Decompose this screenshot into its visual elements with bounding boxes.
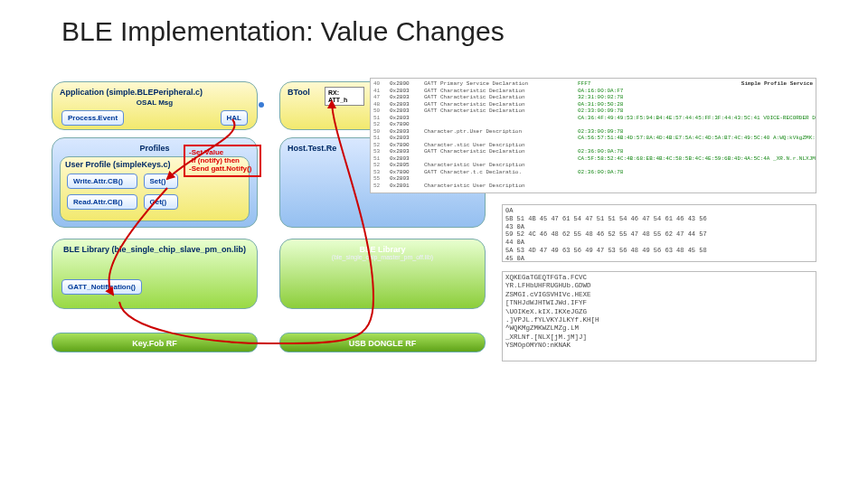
blob-line: _XRLNf.[NLX[jM.jM]J] — [505, 333, 813, 342]
blob-line: YR.LFHbUHFRUGHUb.GDWD — [505, 282, 813, 290]
hal-btn: HAL — [221, 110, 248, 126]
attribute-row: 520x7800 — [373, 121, 813, 128]
attribute-table-tag: Simple Profile Service — [741, 80, 813, 88]
callout-line2: -If (notify) then — [189, 156, 256, 164]
blob-line: [TNHJdWJHTWIJWd.IFYF — [505, 299, 813, 307]
hex-line: 0A — [505, 207, 813, 215]
process-event-btn: Process.Event — [61, 110, 124, 126]
attribute-row: 510x2803CA:36:4F:49:49:53:F5:94:B4:4E:57… — [373, 115, 813, 122]
application-label: Application (simple.BLEPeripheral.c) — [60, 88, 203, 97]
hex-line: 5A 53 4D 47 49 63 56 49 47 53 56 48 49 5… — [505, 247, 813, 255]
blob-line: \UOIKeX.kIX.IKXeJGZG — [505, 308, 813, 316]
attribute-row: 530x2803GATT Characteristic Declaration0… — [373, 148, 813, 155]
attribute-row: 500x2803Character.ptr.User Description02… — [373, 128, 813, 136]
attribute-row: 550x2803 — [373, 175, 813, 183]
keyfob-rf-bar: Key.Fob RF — [52, 333, 258, 352]
left-stack: Application (simple.BLEPeripheral.c) OSA… — [52, 81, 258, 316]
usb-dongle-rf-bar: USB DONGLE RF — [279, 333, 486, 352]
text-blob: XQKEGaTGEQTFGTa.FCVCYR.LFHbUHFRUGHUb.GDW… — [502, 271, 816, 361]
hex-line: 43 0A — [505, 223, 813, 231]
read-attr-cb-btn: Read.Attr.CB() — [67, 194, 137, 210]
attribute-row: 530x7800GATT Character.t.c Declaratio.02… — [373, 169, 813, 176]
attribute-row: 480x2803GATT Characteristic Declaration0… — [373, 101, 813, 108]
set-btn: Set() — [144, 174, 178, 189]
attribute-row: 520x7800Character.stic User Description — [373, 142, 813, 149]
svg-point-0 — [259, 102, 264, 108]
write-attr-cb-btn: Write.Attr.CB() — [67, 174, 137, 189]
btool-rx-label: RX: — [328, 89, 361, 97]
ble-library-master-label: BLE Library — [288, 245, 477, 254]
attribute-row: 510x2803CA:5F:58:52:4C:4B:68:EB:4B:4C:58… — [373, 155, 813, 163]
hex-line: 5B 51 4B 45 47 61 54 47 51 51 54 46 47 5… — [505, 215, 813, 223]
attribute-table: Simple Profile Service 400x2800GATT Prim… — [370, 78, 816, 193]
blob-line: YSMOpOMYNO:nKNAK — [505, 342, 813, 350]
ble-library-slave-panel: BLE Library (ble_single_chip_slave_pm_on… — [52, 239, 258, 309]
get-btn: Get() — [144, 194, 178, 210]
hex-line: 44 0A — [505, 239, 813, 247]
ble-library-slave-label: BLE Library (ble_single_chip_slave_pm_on… — [60, 245, 250, 254]
attribute-row: 410x2803GATT Characteristic Declaration0… — [373, 88, 813, 95]
btool-rx-box: RX: ATT_h — [325, 87, 364, 106]
slide-title: BLE Implementation: Value Changes — [0, 0, 868, 47]
btool-label: BTool — [288, 88, 310, 97]
hex-dump: 0A5B 51 4B 45 47 61 54 47 51 51 54 46 47… — [502, 204, 816, 262]
osal-msg-label: OSAL Msg — [60, 99, 250, 107]
user-profile-label: User Profile (simpleKeys.c) — [65, 160, 171, 169]
callout-line3: -Send gatt.Notify() — [189, 164, 256, 173]
gatt-notification-btn: GATT_Notification() — [61, 279, 142, 295]
attribute-row: 520x2805Characteristic User Description — [373, 162, 813, 169]
application-panel: Application (simple.BLEPeripheral.c) OSA… — [52, 81, 258, 130]
blob-line: ^WQKMgZMKWZLMZg.LM — [505, 324, 813, 333]
hex-line: 45 0A — [505, 255, 813, 263]
attribute-row: 520x2801Characteristic User Description — [373, 183, 813, 190]
callout-line1: -Set Value — [189, 148, 256, 156]
hex-line: 59 52 4C 46 48 62 55 48 46 52 55 47 48 5… — [505, 230, 813, 239]
host-test-label: Host.Test.Re — [288, 144, 336, 153]
ble-library-master-panel: BLE Library (ble_single_chip_master_pm_o… — [279, 239, 486, 309]
attribute-row: 500x2803GATT Characteristic Declaration0… — [373, 108, 813, 115]
ble-diagram: Application (simple.BLEPeripheral.c) OSA… — [52, 81, 816, 461]
blob-line: XQKEGaTGEQTFGTa.FCVC — [505, 274, 813, 282]
blob-line: .]VPJL.fYLVKYJLKYf.KH[H — [505, 316, 813, 324]
attribute-row: 470x2803GATT Characteristic Declaration3… — [373, 94, 813, 101]
attribute-row: 510x2803CA:56:57:51:4B:4D:57:8A:4D:4B:E7… — [373, 135, 813, 142]
set-value-callout: -Set Value -If (notify) then -Send gatt.… — [184, 145, 261, 177]
btool-att-label: ATT_h — [328, 97, 361, 104]
ble-library-master-sub: (ble_single_chip_master_pm_off.lib) — [288, 254, 477, 260]
blob-line: ZSMGI.cVIGSVHIVc.HEXE — [505, 291, 813, 299]
